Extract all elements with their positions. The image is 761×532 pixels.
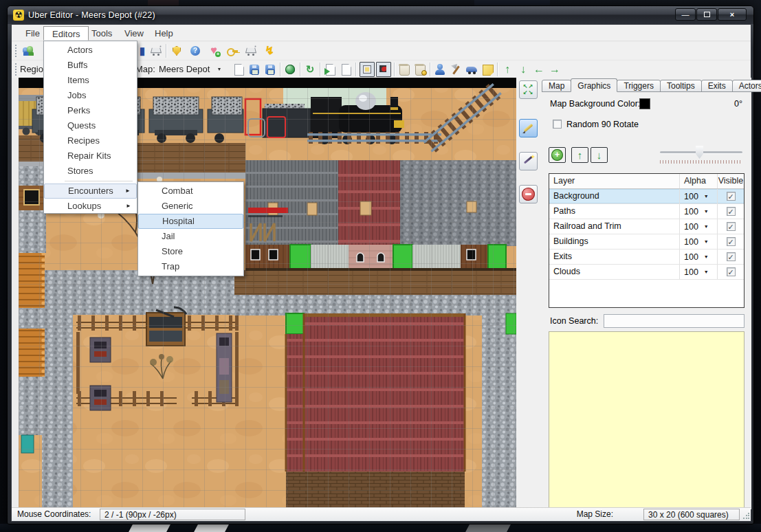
- minimize-button[interactable]: —: [675, 8, 696, 21]
- resize-map-button[interactable]: ↖↗↙↘: [519, 80, 538, 99]
- icon-search-input[interactable]: [604, 314, 745, 328]
- help-icon[interactable]: ?: [188, 44, 202, 58]
- visible-checkbox[interactable]: ✓: [727, 252, 736, 261]
- add-layer-button[interactable]: +: [549, 147, 566, 163]
- visible-checkbox[interactable]: ✓: [727, 222, 736, 231]
- scroll-icon[interactable]: [397, 63, 411, 76]
- axe-icon[interactable]: [449, 63, 463, 76]
- users-icon[interactable]: [21, 44, 35, 58]
- erase-tool-button[interactable]: [519, 185, 538, 203]
- menu-item-items[interactable]: Items: [44, 73, 137, 88]
- editors-dropdown-menu: Actors Buffs Items Jobs Perks Quests Rec…: [43, 41, 137, 214]
- submenu-item-trap[interactable]: Trap: [138, 259, 243, 274]
- tile-select-tool-icon[interactable]: [376, 62, 391, 77]
- visible-checkbox[interactable]: ✓: [727, 267, 736, 276]
- import-map-icon[interactable]: [323, 63, 337, 76]
- cart-icon[interactable]: [149, 44, 163, 58]
- tab-actors[interactable]: Actors: [732, 80, 761, 92]
- menu-item-lookups[interactable]: Lookups►: [44, 199, 137, 214]
- move-up-icon[interactable]: ↑: [500, 63, 514, 76]
- layer-down-button[interactable]: ↓: [591, 147, 608, 163]
- layer-up-button[interactable]: ↑: [571, 147, 588, 163]
- tab-graphics[interactable]: Graphics: [571, 78, 617, 92]
- copy-map-icon[interactable]: [339, 63, 353, 76]
- submenu-item-combat[interactable]: Combat: [138, 184, 243, 199]
- tab-exits[interactable]: Exits: [701, 80, 733, 92]
- visible-checkbox[interactable]: ✓: [727, 207, 736, 216]
- new-map-icon[interactable]: [232, 63, 245, 76]
- tab-triggers[interactable]: Triggers: [617, 80, 661, 92]
- menu-item-buffs[interactable]: Buffs: [44, 58, 137, 73]
- tab-map[interactable]: Map: [542, 80, 571, 92]
- alpha-dropdown-icon[interactable]: ▼: [704, 209, 709, 214]
- map-combobox[interactable]: Meers Depot▼: [159, 63, 228, 76]
- submenu-item-generic[interactable]: Generic: [138, 199, 243, 214]
- submenu-item-store[interactable]: Store: [138, 244, 243, 259]
- save-as-icon[interactable]: [263, 63, 277, 76]
- resize-grip[interactable]: [742, 513, 749, 520]
- toolbar-grip[interactable]: [15, 63, 17, 76]
- toolbar-grip[interactable]: [15, 45, 17, 57]
- menu-item-quests[interactable]: Quests: [44, 118, 137, 133]
- save-icon[interactable]: [247, 63, 261, 76]
- menu-item-repair-kits[interactable]: Repair Kits: [44, 148, 137, 164]
- close-button[interactable]: ×: [718, 8, 747, 21]
- submenu-item-hospital[interactable]: Hospital: [138, 214, 243, 229]
- wand-tool-button[interactable]: [519, 152, 538, 170]
- visible-checkbox[interactable]: ✓: [727, 192, 736, 201]
- pencil-tool-button[interactable]: [519, 119, 538, 137]
- refresh-icon[interactable]: ↻: [303, 63, 317, 76]
- person-icon[interactable]: [433, 63, 447, 76]
- car-icon[interactable]: [465, 63, 478, 76]
- rotation-value: 0°: [734, 99, 742, 109]
- move-left-icon[interactable]: ←: [532, 63, 546, 76]
- menu-item-perks[interactable]: Perks: [44, 103, 137, 118]
- layer-row-clouds[interactable]: Clouds 100▼ ✓: [549, 265, 744, 280]
- key-icon[interactable]: [225, 44, 239, 58]
- visible-checkbox[interactable]: ✓: [727, 237, 736, 246]
- note-icon[interactable]: [481, 63, 494, 76]
- alpha-dropdown-icon[interactable]: ▼: [704, 269, 709, 274]
- layer-row-railroad[interactable]: Railroad and Trim 100▼ ✓: [549, 219, 744, 234]
- status-bar: Mouse Coordinates: 2 / -1 (90px / -26px)…: [12, 507, 751, 521]
- shield-icon[interactable]: [170, 44, 184, 58]
- toolbar-separator: [430, 63, 430, 76]
- slider-thumb[interactable]: [696, 146, 703, 159]
- alpha-slider[interactable]: [660, 146, 742, 165]
- lightning-icon[interactable]: ↯: [263, 44, 276, 58]
- scroll-coin-icon[interactable]: [413, 63, 427, 76]
- alpha-dropdown-icon[interactable]: ▼: [704, 194, 709, 199]
- layer-row-exits[interactable]: Exits 100▼ ✓: [549, 250, 744, 265]
- heart-plus-icon[interactable]: ♥+: [207, 44, 221, 58]
- tab-tooltips[interactable]: Tooltips: [660, 80, 702, 92]
- menu-item-recipes[interactable]: Recipes: [44, 133, 137, 148]
- move-right-icon[interactable]: →: [548, 63, 562, 76]
- right-panel: Map Graphics Triggers Tooltips Exits Act…: [540, 78, 751, 509]
- map-bg-color-swatch[interactable]: [639, 98, 650, 109]
- menu-item-actors[interactable]: Actors: [44, 43, 137, 58]
- menu-editors[interactable]: Editors: [43, 26, 89, 41]
- maximize-button[interactable]: [696, 8, 717, 21]
- random-rotate-checkbox[interactable]: [553, 120, 562, 129]
- layer-row-buildings[interactable]: Buildings 100▼ ✓: [549, 234, 744, 250]
- grid-select-tool-icon[interactable]: [360, 62, 375, 77]
- book-icon[interactable]: ▮: [135, 44, 149, 58]
- submenu-item-jail[interactable]: Jail: [138, 229, 243, 244]
- menu-item-jobs[interactable]: Jobs: [44, 88, 137, 103]
- menu-item-encounters[interactable]: Encounters►: [44, 184, 137, 199]
- menu-help[interactable]: Help: [146, 26, 181, 41]
- map-tool-strip: ↖↗↙↘: [516, 78, 540, 509]
- move-down-icon[interactable]: ↓: [516, 63, 530, 76]
- menu-tools[interactable]: Tools: [83, 26, 120, 41]
- layer-row-paths[interactable]: Paths 100▼ ✓: [549, 204, 744, 219]
- icon-results-panel[interactable]: [549, 331, 745, 518]
- menu-item-stores[interactable]: Stores: [44, 164, 137, 179]
- alpha-dropdown-icon[interactable]: ▼: [704, 254, 709, 259]
- layer-row-background[interactable]: Background 100▼ ✓: [549, 189, 744, 204]
- alpha-dropdown-icon[interactable]: ▼: [704, 239, 709, 244]
- cart2-icon[interactable]: [244, 44, 258, 58]
- menu-bar: File Editors Tools View Help: [12, 25, 751, 41]
- alpha-dropdown-icon[interactable]: ▼: [704, 224, 709, 229]
- graphics-tab-page: Map Background Color: 0° Random 90 Rotat…: [542, 91, 749, 507]
- globe-icon[interactable]: [283, 63, 297, 76]
